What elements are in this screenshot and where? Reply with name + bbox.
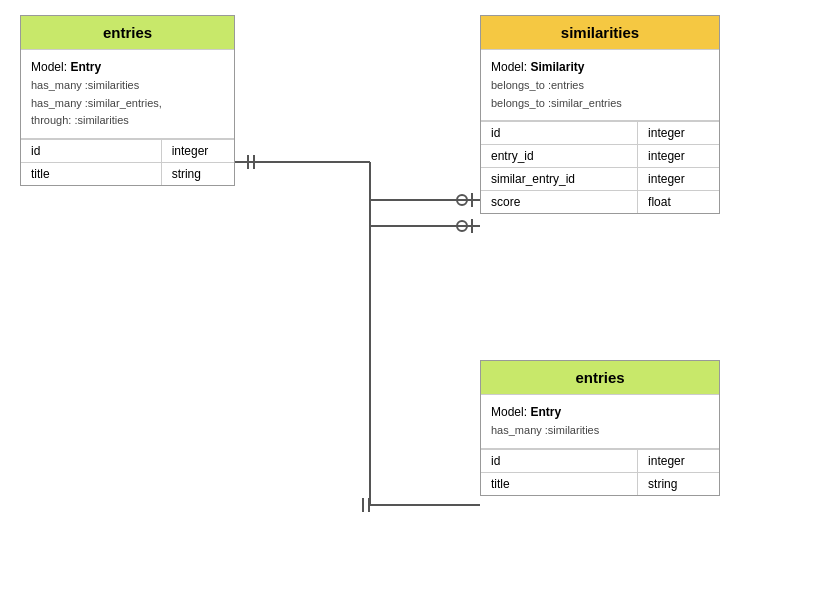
entries-right-info: Model: Entry has_many :similarities [481,394,719,449]
entries-right-header: entries [481,361,719,394]
similarities-fields: id integer entry_id integer similar_entr… [481,121,719,213]
entries-left-rel-3: through: :similarities [31,112,224,130]
field-name: id [481,122,638,145]
entries-right-model-line: Model: Entry [491,403,709,422]
svg-point-6 [457,195,467,205]
entries-left-rel-2: has_many :similar_entries, [31,95,224,113]
entries-left-fields: id integer title string [21,139,234,185]
entries-right-rel-1: has_many :similarities [491,422,709,440]
field-type: integer [638,168,719,191]
entries-left-header: entries [21,16,234,49]
table-row: title string [481,472,719,495]
similarities-table: similarities Model: Similarity belongs_t… [480,15,720,214]
similarities-header: similarities [481,16,719,49]
table-row: title string [21,162,234,185]
entries-left-title: entries [103,24,152,41]
table-row: id integer [481,122,719,145]
entries-left-model-name: Entry [70,60,101,74]
table-row: entry_id integer [481,145,719,168]
similarities-rel-2: belongs_to :similar_entries [491,95,709,113]
field-type: string [161,162,234,185]
field-name: id [481,449,638,472]
entries-left-info: Model: Entry has_many :similarities has_… [21,49,234,139]
similarities-model-label: Model: [491,60,527,74]
diagram-container: entries Model: Entry has_many :similarit… [0,0,840,615]
table-row: similar_entry_id integer [481,168,719,191]
entries-right-fields: id integer title string [481,449,719,495]
entries-left-table: entries Model: Entry has_many :similarit… [20,15,235,186]
svg-point-10 [457,221,467,231]
field-name: similar_entry_id [481,168,638,191]
entries-right-model-name: Entry [530,405,561,419]
field-name: entry_id [481,145,638,168]
entries-left-model-line: Model: Entry [31,58,224,77]
field-type: integer [638,145,719,168]
field-name: title [21,162,161,185]
entries-right-table: entries Model: Entry has_many :similarit… [480,360,720,496]
similarities-rel-1: belongs_to :entries [491,77,709,95]
entries-left-model-label: Model: [31,60,67,74]
entries-left-rel-1: has_many :similarities [31,77,224,95]
table-row: id integer [21,139,234,162]
field-type: integer [638,449,719,472]
field-type: string [638,472,719,495]
table-row: score float [481,191,719,214]
field-name: title [481,472,638,495]
entries-right-model-label: Model: [491,405,527,419]
field-type: integer [638,122,719,145]
field-name: score [481,191,638,214]
similarities-title: similarities [561,24,639,41]
field-type: integer [161,139,234,162]
field-name: id [21,139,161,162]
table-row: id integer [481,449,719,472]
similarities-info: Model: Similarity belongs_to :entries be… [481,49,719,121]
field-type: float [638,191,719,214]
similarities-model-line: Model: Similarity [491,58,709,77]
entries-right-title: entries [575,369,624,386]
similarities-model-name: Similarity [530,60,584,74]
